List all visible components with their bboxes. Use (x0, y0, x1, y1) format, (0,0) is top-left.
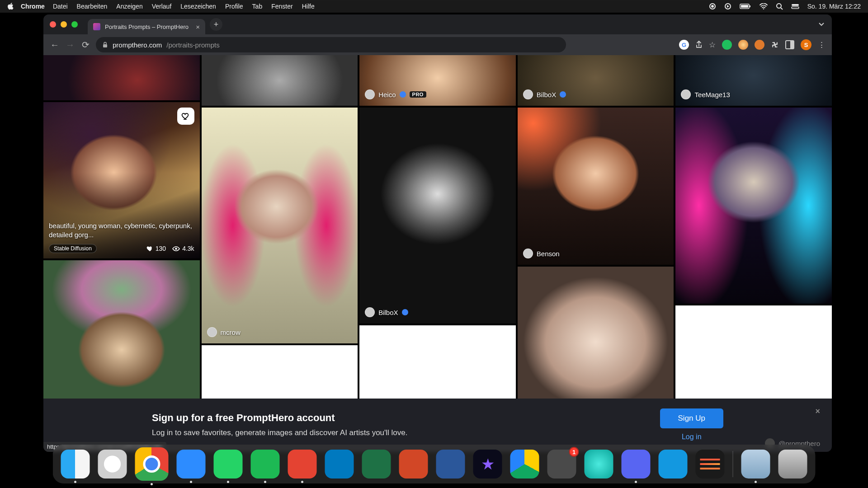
dock-app-generic-teal[interactable] (585, 450, 613, 479)
gallery-card[interactable]: mcrow (202, 108, 358, 343)
card-author-chip[interactable]: TeeMage13 (681, 89, 730, 99)
spotlight-icon[interactable] (776, 3, 783, 10)
svg-rect-11 (103, 44, 107, 47)
control-center-icon[interactable] (791, 3, 799, 9)
banner-close-button[interactable]: × (815, 407, 820, 416)
author-avatar (365, 89, 375, 99)
dock-app-preview[interactable] (741, 450, 770, 479)
omnibox-host: prompthero.com (113, 41, 162, 49)
author-name: BilboX (537, 91, 556, 99)
card-hover-overlay: beautiful, young woman, cybernetic, cybe… (43, 102, 200, 258)
signup-button[interactable]: Sign Up (660, 408, 723, 428)
google-account-icon[interactable]: G (679, 40, 689, 50)
dock-app-zoom[interactable] (177, 450, 206, 479)
gallery-card-hovered[interactable]: beautiful, young woman, cybernetic, cybe… (43, 102, 200, 258)
gallery-card[interactable]: BilboX (359, 108, 516, 324)
menu-verlauf[interactable]: Verlauf (152, 3, 172, 10)
login-link[interactable]: Log in (682, 433, 702, 441)
extension-icon-1[interactable] (738, 40, 748, 50)
gallery-card[interactable] (43, 55, 200, 100)
menu-fenster[interactable]: Fenster (271, 3, 292, 10)
svg-line-8 (781, 8, 783, 9)
dock-trash[interactable] (778, 450, 807, 479)
dock-app-trello[interactable] (325, 450, 354, 479)
dock-app-discord[interactable] (622, 450, 651, 479)
dock-app-quicktime[interactable] (659, 450, 688, 479)
browser-tab[interactable]: Portraits Prompts – PromptHero × (88, 19, 205, 34)
model-badge: Stable Diffusion (49, 244, 97, 253)
battery-icon[interactable] (740, 3, 751, 9)
window-close-button[interactable] (50, 21, 56, 28)
bookmark-star-icon[interactable]: ☆ (709, 40, 716, 50)
menu-lesezeichen[interactable]: Lesezeichen (180, 3, 216, 10)
menu-bearbeiten[interactable]: Bearbeiten (77, 3, 108, 10)
verified-icon (400, 91, 406, 98)
share-icon[interactable] (695, 41, 703, 49)
menu-anzeigen[interactable]: Anzeigen (116, 3, 142, 10)
menu-tab[interactable]: Tab (252, 3, 263, 10)
signup-title: Sign up for a free PromptHero account (152, 412, 408, 424)
new-tab-button[interactable]: + (210, 18, 222, 31)
dock-app-voice-memos[interactable] (696, 450, 725, 479)
media-icon[interactable] (724, 3, 731, 10)
svg-rect-9 (792, 4, 799, 6)
menu-datei[interactable]: Datei (53, 3, 68, 10)
author-name: BilboX (378, 309, 398, 316)
dock-app-chrome[interactable] (135, 447, 169, 481)
window-minimize-button[interactable] (61, 21, 67, 28)
wifi-icon[interactable] (760, 3, 768, 9)
extension-shield-icon[interactable] (722, 40, 732, 50)
dock-app-spotify[interactable] (251, 450, 280, 479)
side-panel-icon[interactable] (785, 40, 794, 49)
card-author-chip[interactable]: Benson (523, 249, 560, 258)
svg-point-6 (763, 8, 764, 9)
menu-profile[interactable]: Profile (225, 3, 243, 10)
dock-app-whatsapp[interactable] (214, 450, 243, 479)
dock-app-excel[interactable] (362, 450, 391, 479)
dock-app-powerpoint[interactable] (399, 450, 428, 479)
dock-app-safari[interactable] (98, 450, 127, 479)
tab-title: Portraits Prompts – PromptHero (105, 23, 189, 30)
dock-app-imovie[interactable] (473, 450, 502, 479)
card-author-chip[interactable]: mcrow (207, 327, 241, 337)
svg-rect-5 (750, 5, 750, 7)
dock-app-finder[interactable] (61, 450, 90, 479)
menubar-clock[interactable]: So. 19. März 12:22 (807, 3, 861, 10)
gallery-card[interactable]: Benson (518, 108, 674, 265)
dock-app-settings[interactable]: 1 (547, 450, 576, 479)
chrome-window: Portraits Prompts – PromptHero × + ← → ⟳… (43, 14, 832, 452)
window-zoom-button[interactable] (71, 21, 78, 28)
gallery-card[interactable] (675, 108, 832, 304)
menubar-app-name[interactable]: Chrome (21, 3, 45, 10)
gallery-card[interactable]: BilboX (518, 55, 674, 106)
menu-hilfe[interactable]: Hilfe (302, 3, 315, 10)
tab-close-button[interactable]: × (196, 23, 200, 31)
nav-forward-button[interactable]: → (65, 40, 75, 50)
extensions-puzzle-icon[interactable] (771, 41, 779, 49)
apple-menu-icon[interactable] (7, 3, 14, 10)
nav-reload-button[interactable]: ⟳ (80, 39, 90, 50)
gallery-card[interactable] (202, 55, 358, 106)
card-author-chip[interactable]: BilboX (523, 89, 566, 99)
nav-back-button[interactable]: ← (50, 40, 60, 50)
tab-overflow-button[interactable] (818, 21, 825, 28)
dock-app-todoist[interactable] (288, 450, 317, 479)
gallery-card[interactable]: Heico PRO (359, 55, 516, 106)
gallery-card[interactable]: TeeMage13 (675, 55, 832, 106)
omnibox[interactable]: prompthero.com/portraits-prompts (96, 37, 566, 52)
pro-badge: PRO (410, 91, 426, 98)
dock-app-word[interactable] (436, 450, 465, 479)
favorite-button[interactable] (177, 108, 194, 125)
chrome-menu-icon[interactable]: ⋮ (818, 40, 826, 50)
extension-icon-2[interactable] (755, 40, 764, 50)
card-author-chip[interactable]: BilboX (365, 307, 408, 317)
screen-record-icon[interactable] (709, 3, 716, 10)
author-avatar (523, 89, 533, 99)
signup-subtitle: Log in to save favorites, generate image… (152, 428, 408, 437)
macos-menubar: Chrome Datei Bearbeiten Anzeigen Verlauf… (0, 0, 868, 13)
author-avatar (365, 307, 375, 317)
dock-app-drive[interactable] (510, 450, 539, 479)
card-author-chip[interactable]: Heico PRO (365, 89, 426, 99)
profile-avatar[interactable]: S (801, 39, 811, 50)
lock-icon (102, 42, 108, 48)
